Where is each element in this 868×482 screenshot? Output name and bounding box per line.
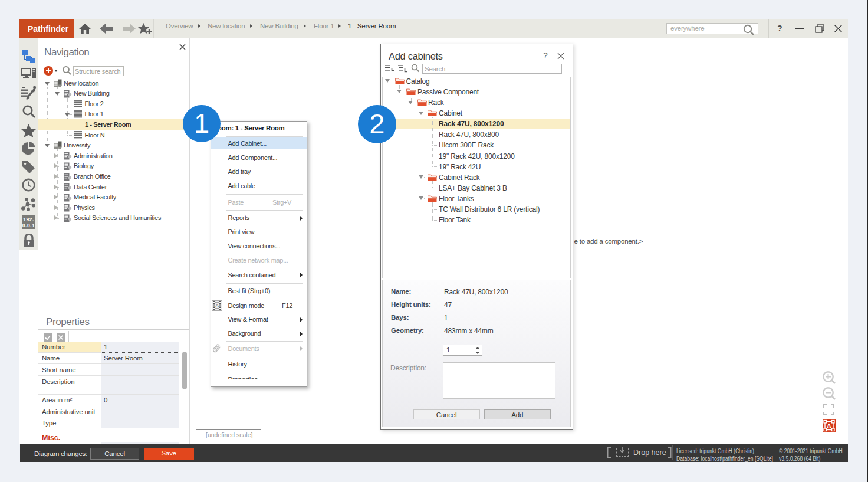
svg-text:A: A xyxy=(215,303,219,309)
svg-text:A: A xyxy=(827,422,831,429)
